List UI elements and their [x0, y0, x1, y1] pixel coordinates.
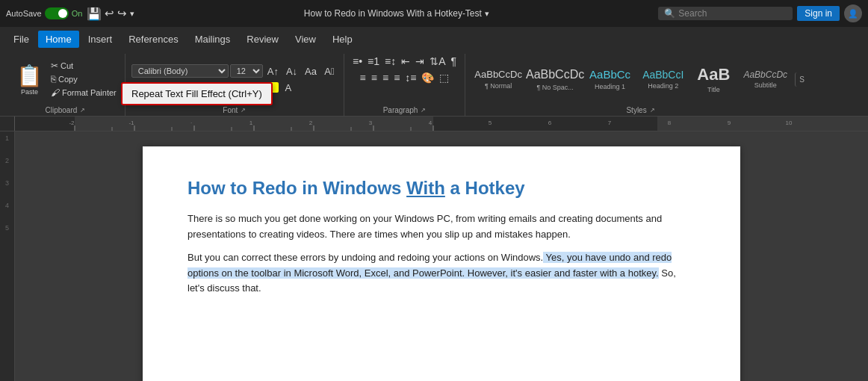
- increase-font-btn[interactable]: A↑: [264, 64, 282, 78]
- increase-indent-btn[interactable]: ⇥: [413, 54, 427, 69]
- styles-expand-icon[interactable]: ↗: [650, 107, 655, 114]
- bullets-btn[interactable]: ≡•: [350, 54, 365, 69]
- clipboard-small-buttons: ✂ Cut ⎘ Copy 🖌 Format Painter: [49, 60, 119, 99]
- clipboard-group: 📋 Paste ✂ Cut ⎘ Copy 🖌 Format Painter: [6, 54, 125, 116]
- search-placeholder: Search: [678, 8, 707, 19]
- line-spacing-btn[interactable]: ↕≡: [403, 70, 418, 85]
- paragraph-group: ≡• ≡1 ≡↕ ⇤ ⇥ ⇅A ¶ ≡ ≡ ≡ ≡ ↕≡ 🎨 ⬚ Paragra…: [344, 54, 465, 116]
- multilevel-btn[interactable]: ≡↕: [382, 54, 398, 69]
- cut-button[interactable]: ✂ Cut: [49, 60, 119, 72]
- menu-file[interactable]: File: [6, 31, 37, 48]
- svg-rect-1: [15, 117, 75, 131]
- style-heading1[interactable]: AaBbCc Heading 1: [585, 65, 635, 93]
- font-expand-icon[interactable]: ↗: [241, 107, 246, 114]
- menu-home[interactable]: Home: [38, 31, 79, 48]
- autosave-state: On: [72, 9, 83, 18]
- ruler: -2 -1 · 1 2 3 4 5 6 7 8 9 10: [0, 117, 868, 131]
- document-page[interactable]: How to Redo in Windows With a Hotkey The…: [143, 146, 740, 381]
- format-painter-button[interactable]: 🖌 Format Painter: [49, 87, 119, 99]
- style-title[interactable]: AaB Title: [691, 62, 736, 96]
- shading-btn[interactable]: 🎨: [419, 70, 436, 85]
- autosave-toggle[interactable]: [45, 7, 69, 19]
- font-family-select[interactable]: Calibri (Body): [131, 64, 229, 78]
- undo-icon[interactable]: ↩: [105, 7, 114, 20]
- style-no-space[interactable]: AaBbCcDc ¶ No Spac...: [528, 64, 582, 93]
- style-subtitle-preview: AaBbCcDc: [743, 69, 787, 80]
- redo-icon[interactable]: ↪: [117, 7, 127, 20]
- document-heading: How to Redo in Windows With a Hotkey: [187, 176, 695, 199]
- menu-references[interactable]: References: [121, 31, 185, 48]
- style-s[interactable]: S: [795, 72, 810, 87]
- paragraph-label: Paragraph ↗: [350, 105, 459, 116]
- menu-mailings[interactable]: Mailings: [187, 31, 238, 48]
- align-center-btn[interactable]: ≡: [369, 70, 379, 85]
- style-no-space-label: ¶ No Spac...: [536, 84, 573, 91]
- format-painter-label: Format Painter: [62, 88, 117, 97]
- cut-label: Cut: [61, 61, 73, 70]
- autosave-label: AutoSave: [6, 9, 42, 18]
- font-size-select[interactable]: 12: [230, 64, 263, 78]
- sign-in-button[interactable]: Sign in: [797, 6, 840, 21]
- style-title-label: Title: [707, 86, 720, 93]
- cut-icon: ✂: [51, 61, 58, 71]
- style-heading2[interactable]: AaBbCcI Heading 2: [638, 66, 688, 93]
- format-painter-icon: 🖌: [51, 87, 60, 98]
- decrease-indent-btn[interactable]: ⇤: [399, 54, 412, 69]
- paste-button[interactable]: 📋 Paste: [12, 60, 47, 99]
- menu-review[interactable]: Review: [239, 31, 286, 48]
- paragraph-expand-icon[interactable]: ↗: [421, 107, 426, 114]
- svg-rect-2: [433, 117, 657, 131]
- borders-btn[interactable]: ⬚: [437, 70, 451, 85]
- copy-label: Copy: [58, 75, 78, 84]
- svg-text:·: ·: [190, 120, 192, 126]
- style-normal-label: ¶ Normal: [485, 82, 512, 90]
- dropdown-icon[interactable]: ▾: [485, 9, 489, 19]
- clear-format-btn[interactable]: A⃝: [321, 64, 338, 78]
- customize-icon[interactable]: ▾: [130, 9, 134, 19]
- user-avatar[interactable]: 👤: [844, 4, 862, 22]
- para-row1: ≡• ≡1 ≡↕ ⇤ ⇥ ⇅A ¶: [350, 54, 459, 69]
- menu-help[interactable]: Help: [325, 31, 360, 48]
- title-bar: AutoSave On 💾 ↩ ↪ ▾ How to Redo in Windo…: [0, 0, 868, 27]
- numbering-btn[interactable]: ≡1: [365, 54, 382, 69]
- paste-label: Paste: [21, 88, 38, 96]
- align-left-btn[interactable]: ≡: [358, 70, 368, 85]
- search-box[interactable]: 🔍 Search: [658, 7, 793, 20]
- ruler-left: [0, 117, 15, 131]
- para-row2: ≡ ≡ ≡ ≡ ↕≡ 🎨 ⬚: [358, 70, 452, 85]
- styles-group: AaBbCcDc ¶ Normal AaBbCcDc ¶ No Spac... …: [465, 54, 816, 116]
- underline-word: With: [406, 178, 445, 198]
- menu-view[interactable]: View: [288, 31, 323, 48]
- change-case-btn[interactable]: Aa: [302, 64, 320, 78]
- svg-text:8: 8: [668, 120, 672, 126]
- document-canvas: How to Redo in Windows With a Hotkey The…: [15, 131, 868, 381]
- menu-insert[interactable]: Insert: [81, 31, 120, 48]
- document-title: How to Redo in Windows With a Hotkey-Tes…: [139, 8, 654, 19]
- style-heading2-label: Heading 2: [648, 82, 678, 90]
- tooltip-popup: Repeat Text Fill Effect (Ctrl+Y): [121, 82, 273, 105]
- styles-label: Styles ↗: [471, 105, 810, 116]
- style-normal[interactable]: AaBbCcDc ¶ Normal: [471, 66, 525, 93]
- align-right-btn[interactable]: ≡: [380, 70, 391, 85]
- style-heading2-preview: AaBbCcI: [642, 69, 683, 81]
- save-icon[interactable]: 💾: [87, 7, 102, 21]
- copy-button[interactable]: ⎘ Copy: [49, 73, 119, 85]
- clipboard-col: 📋 Paste ✂ Cut ⎘ Copy 🖌 Format Painter: [12, 60, 119, 99]
- style-title-preview: AaB: [697, 65, 730, 84]
- justify-btn[interactable]: ≡: [391, 70, 402, 85]
- svg-text:2: 2: [309, 120, 313, 126]
- styles-controls: AaBbCcDc ¶ Normal AaBbCcDc ¶ No Spac... …: [471, 54, 810, 105]
- text-effect-btn[interactable]: A: [280, 81, 297, 95]
- style-subtitle[interactable]: AaBbCcDc Subtitle: [739, 66, 792, 92]
- clipboard-expand-icon[interactable]: ↗: [80, 107, 85, 114]
- sort-btn[interactable]: ⇅A: [427, 54, 447, 69]
- svg-text:-2: -2: [69, 120, 75, 126]
- style-heading1-preview: AaBbCc: [589, 68, 630, 81]
- decrease-font-btn[interactable]: A↓: [283, 64, 300, 78]
- paste-icon: 📋: [16, 64, 43, 88]
- autosave-control[interactable]: AutoSave On: [6, 7, 82, 19]
- show-para-btn[interactable]: ¶: [449, 54, 459, 69]
- paragraph-1: There is so much you get done working on…: [187, 211, 695, 243]
- paragraph-controls: ≡• ≡1 ≡↕ ⇤ ⇥ ⇅A ¶ ≡ ≡ ≡ ≡ ↕≡ 🎨 ⬚: [350, 54, 459, 105]
- paragraph-2: But you can correct these errors by undo…: [187, 250, 695, 297]
